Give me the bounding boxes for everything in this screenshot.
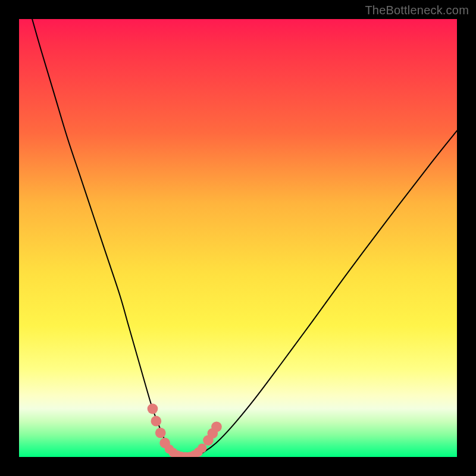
curve-markers (148, 403, 222, 457)
curve-marker (211, 421, 222, 432)
bottleneck-curve (32, 19, 457, 457)
curve-marker (148, 403, 158, 414)
curve-marker (155, 428, 166, 439)
curve-marker (198, 443, 207, 453)
curve-marker (151, 416, 162, 427)
chart-frame: TheBottleneck.com (0, 0, 476, 476)
watermark-text: TheBottleneck.com (365, 4, 469, 17)
plot-area (19, 19, 457, 457)
curve-layer (19, 19, 457, 457)
